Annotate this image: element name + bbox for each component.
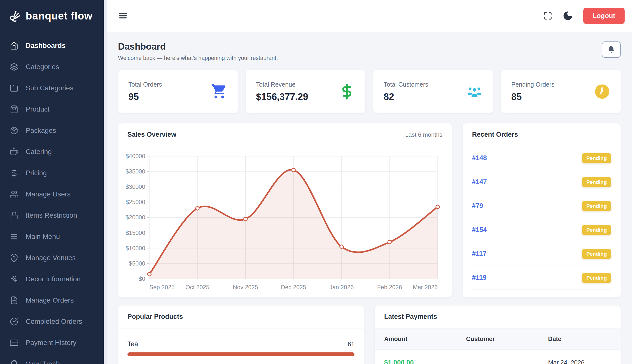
status-badge: Pending xyxy=(582,249,611,259)
svg-text:Nov 2025: Nov 2025 xyxy=(233,284,258,290)
payment-date: Mar 24, 2026 xyxy=(539,350,621,364)
sidebar-item-pricing[interactable]: Pricing xyxy=(0,162,104,184)
order-id-link[interactable]: #79 xyxy=(472,202,483,210)
stat-value: $156,377.29 xyxy=(256,92,308,102)
sidebar-scrollbar[interactable] xyxy=(104,0,107,364)
order-id-link[interactable]: #119 xyxy=(472,274,487,282)
shopping-bag-icon xyxy=(10,105,18,114)
sidebar-item-packages[interactable]: Packages xyxy=(0,120,104,141)
list-icon xyxy=(10,232,18,241)
sidebar-item-completed-orders[interactable]: Completed Orders xyxy=(0,311,104,332)
status-badge: Pending xyxy=(582,177,611,187)
svg-text:Jan 2026: Jan 2026 xyxy=(329,284,354,290)
payment-customer xyxy=(457,350,539,364)
sidebar-item-label: Completed Orders xyxy=(26,318,82,326)
sidebar-item-manage-orders[interactable]: Manage Orders xyxy=(0,290,104,311)
payments-column-amount: Amount xyxy=(375,328,457,350)
check-circle-icon xyxy=(10,317,18,326)
sidebar: banquet flow DashboardsCategoriesSub Cat… xyxy=(0,0,104,364)
notifications-button[interactable] xyxy=(602,42,621,58)
stat-value: 95 xyxy=(128,92,162,102)
payments-column-customer: Customer xyxy=(457,328,539,350)
stat-label: Total Revenue xyxy=(256,81,308,88)
stat-card-pending-orders: Pending Orders85 xyxy=(501,70,621,113)
page-subtitle: Welcome back — here's what's happening w… xyxy=(118,55,278,62)
order-row: #154Pending xyxy=(472,218,611,242)
sidebar-item-label: Dashboards xyxy=(26,42,66,50)
home-icon xyxy=(10,42,18,50)
sidebar-item-label: Catering xyxy=(26,148,52,156)
stat-label: Total Orders xyxy=(128,81,162,88)
order-row: #148Pending xyxy=(472,146,611,170)
lock-icon xyxy=(10,211,18,220)
logout-button[interactable]: Logout xyxy=(583,8,624,24)
sales-area-chart: $0$5000$10000$15000$20000$25000$30000$35… xyxy=(123,152,445,296)
order-id-link[interactable]: #148 xyxy=(472,154,487,162)
popular-products-list: Tea61Naan27 xyxy=(118,328,364,364)
sidebar-item-categories[interactable]: Categories xyxy=(0,56,104,78)
dashboard-content: Dashboard Welcome back — here's what's h… xyxy=(107,32,632,364)
page-title: Dashboard xyxy=(118,42,278,52)
stat-value: 82 xyxy=(384,92,428,102)
stat-value: 85 xyxy=(511,92,554,102)
stat-label: Pending Orders xyxy=(511,81,554,88)
sidebar-item-label: Manage Venues xyxy=(26,254,76,262)
order-id-link[interactable]: #117 xyxy=(472,250,487,258)
svg-text:$10000: $10000 xyxy=(126,245,145,252)
recent-orders-list: #148Pending#147Pending#79Pending#154Pend… xyxy=(463,146,621,290)
sidebar-item-view-trash[interactable]: View Trash xyxy=(0,354,104,364)
svg-text:$25000: $25000 xyxy=(126,199,145,206)
sidebar-item-sub-categories[interactable]: Sub Categories xyxy=(0,78,104,99)
product-name: Naan xyxy=(127,363,144,364)
sidebar-item-label: Manage Orders xyxy=(26,296,74,304)
sidebar-item-label: Main Menu xyxy=(26,233,60,240)
sidebar-item-label: Payment History xyxy=(26,339,76,347)
sidebar-item-label: Manage Users xyxy=(26,190,71,198)
svg-text:$15000: $15000 xyxy=(126,230,145,236)
latest-payments-title: Latest Payments xyxy=(384,313,437,320)
sidebar-item-manage-venues[interactable]: Manage Venues xyxy=(0,247,104,268)
dark-mode-moon-icon[interactable] xyxy=(563,10,573,21)
sidebar-item-items-restriction[interactable]: Items Restriction xyxy=(0,205,104,226)
brand-name: banquet flow xyxy=(26,10,93,22)
sidebar-item-label: Packages xyxy=(26,126,56,134)
svg-text:Mar 2026: Mar 2026 xyxy=(413,284,438,290)
svg-text:Dec 2025: Dec 2025 xyxy=(281,284,306,290)
stat-card-total-orders: Total Orders95 xyxy=(118,70,238,113)
main-area: Logout Dashboard Welcome back — here's w… xyxy=(107,0,632,364)
order-id-link[interactable]: #154 xyxy=(472,226,487,234)
dollar-icon xyxy=(10,169,18,177)
cart-icon xyxy=(211,84,227,100)
svg-text:$5000: $5000 xyxy=(129,260,145,267)
product-count: 61 xyxy=(348,340,354,348)
brand-logo: banquet flow xyxy=(0,0,104,32)
sidebar-item-decor-information[interactable]: Decor Information xyxy=(0,268,104,290)
svg-text:$30000: $30000 xyxy=(126,184,145,190)
sales-overview-title: Sales Overview xyxy=(127,131,176,138)
hamburger-menu-icon[interactable] xyxy=(118,11,128,21)
svg-text:Oct 2025: Oct 2025 xyxy=(185,284,209,290)
users-icon xyxy=(10,190,18,198)
sidebar-item-dashboards[interactable]: Dashboards xyxy=(0,35,104,56)
sidebar-item-main-menu[interactable]: Main Menu xyxy=(0,226,104,247)
svg-text:$20000: $20000 xyxy=(126,214,145,221)
topbar: Logout xyxy=(107,0,632,32)
sidebar-item-product[interactable]: Product xyxy=(0,99,104,120)
clock-icon xyxy=(594,84,610,100)
sidebar-item-label: Items Restriction xyxy=(26,212,77,220)
sales-range-label: Last 6 months xyxy=(405,131,442,138)
svg-text:Sep 2025: Sep 2025 xyxy=(149,284,175,290)
sidebar-item-label: View Trash xyxy=(26,360,60,364)
sales-overview-card: Sales Overview Last 6 months $0$5000$100… xyxy=(118,124,452,297)
stat-card-total-customers: Total Customers82 xyxy=(373,70,493,113)
status-badge: Pending xyxy=(582,201,611,211)
order-id-link[interactable]: #147 xyxy=(472,178,487,186)
sidebar-item-catering[interactable]: Catering xyxy=(0,141,104,162)
svg-text:$35000: $35000 xyxy=(126,168,145,175)
fullscreen-icon[interactable] xyxy=(543,11,552,20)
sidebar-item-manage-users[interactable]: Manage Users xyxy=(0,184,104,205)
stat-cards: Total Orders95Total Revenue$156,377.29To… xyxy=(118,70,621,113)
sidebar-item-payment-history[interactable]: Payment History xyxy=(0,332,104,354)
product-row: Tea61 xyxy=(127,340,354,348)
status-badge: Pending xyxy=(582,225,611,235)
